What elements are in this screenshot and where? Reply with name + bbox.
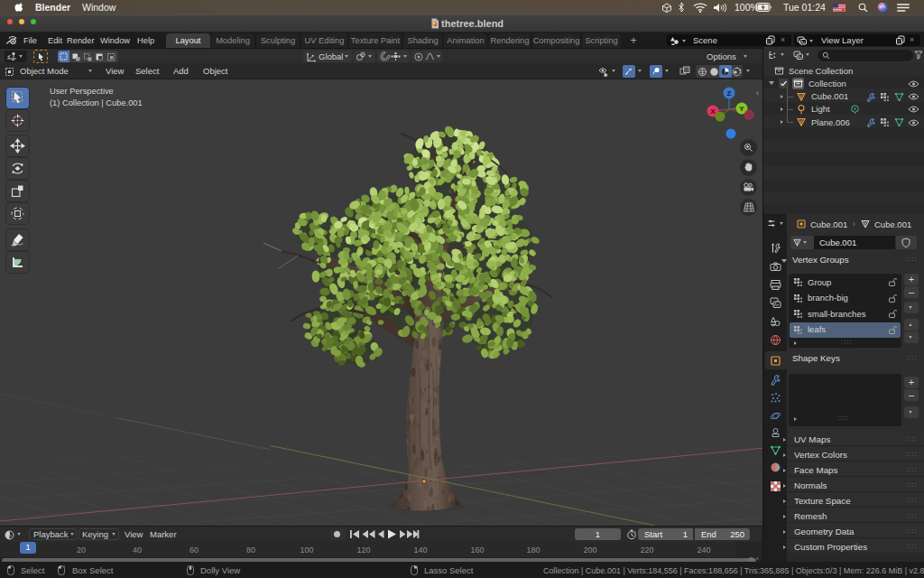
svg-text:Z: Z: [727, 89, 732, 98]
svg-text:Y: Y: [739, 105, 744, 113]
svg-text:X: X: [710, 107, 716, 116]
